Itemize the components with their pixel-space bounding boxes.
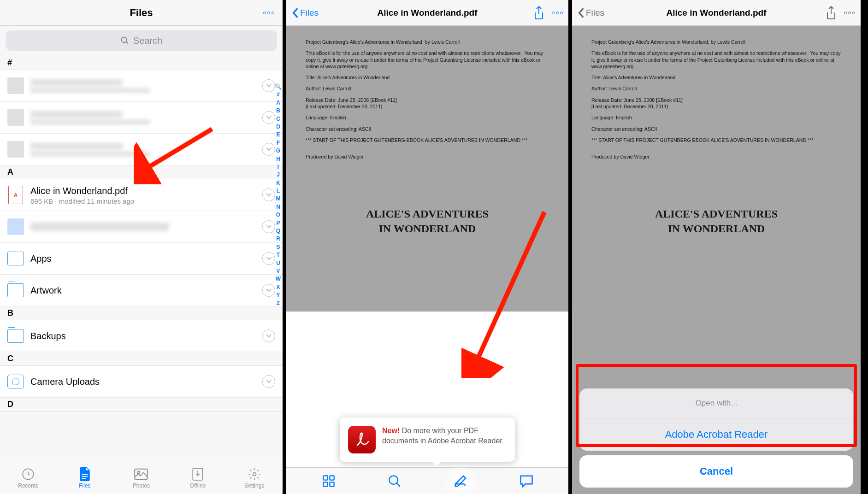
section-header-d: D [0,398,283,412]
folder-icon [7,280,24,300]
viewer-toolbar [286,467,568,494]
section-header-b: B [0,306,283,320]
folder-artwork[interactable]: Artwork [0,275,283,306]
tab-photos[interactable]: Photos [113,462,170,494]
svg-point-15 [389,476,398,484]
svg-line-16 [396,483,400,486]
adobe-icon [348,426,376,453]
viewer-header: Files Alice in Wonderland.pdf [572,0,861,26]
disclosure-button[interactable] [262,375,275,388]
svg-rect-13 [323,482,327,486]
gear-icon [248,467,261,481]
search-input[interactable]: Search [6,30,277,51]
more-button[interactable] [844,12,855,14]
disclosure-button[interactable] [262,329,275,342]
comment-button[interactable] [517,472,536,490]
tab-settings[interactable]: Settings [226,462,283,494]
svg-line-1 [126,42,128,44]
tab-offline[interactable]: Offline [170,462,226,494]
sheet-option-adobe[interactable]: Adobe Acrobat Reader [579,418,853,451]
nav-title: Files [130,7,153,19]
svg-point-7 [138,471,140,474]
folder-backups[interactable]: Backups [0,320,283,352]
download-icon [191,467,205,481]
sheet-group: Open with... Adobe Acrobat Reader [579,388,853,451]
search-button[interactable] [385,472,404,490]
sheet-cancel[interactable]: Cancel [579,455,853,488]
svg-point-0 [121,37,127,43]
tooltip-body: Do more with your PDF documents in Adobe… [382,427,504,445]
disclosure-button[interactable] [262,111,275,124]
tab-label: Files [79,482,90,489]
new-badge: New! [382,427,400,435]
chevron-left-icon [292,8,299,18]
folder-name: Apps [30,253,262,264]
disclosure-button[interactable] [262,284,275,297]
more-button[interactable] [263,12,274,14]
svg-rect-12 [330,476,334,480]
viewer-title: Alice in Wonderland.pdf [666,8,766,18]
clock-icon [21,467,35,481]
tab-bar: Recents Files Photos Offline Settings [0,462,283,494]
svg-rect-14 [330,482,334,486]
tab-recents[interactable]: Recents [0,462,57,494]
dim-overlay [286,26,568,312]
back-label: Files [300,8,319,18]
section-header-a: A [0,165,283,179]
section-index[interactable]: 🔍#ABCDEFGHIJKLMNOPQRSTUVWXYZ [275,83,282,307]
sheet-header: Open with... [579,388,853,418]
action-sheet: Open with... Adobe Acrobat Reader Cancel [579,388,853,488]
svg-rect-4 [82,476,88,477]
tab-label: Offline [190,482,206,489]
file-name: Alice in Wonderland.pdf [30,185,262,196]
tab-files[interactable]: Files [57,462,113,494]
pdf-icon [7,185,24,205]
search-icon [120,36,130,45]
disclosure-button[interactable] [262,252,275,265]
file-alice[interactable]: Alice in Wonderland.pdf 695 KB · modifie… [0,179,283,211]
section-header-c: C [0,352,283,366]
back-button[interactable]: Files [292,8,319,18]
camera-icon [7,371,24,392]
chevron-left-icon [578,8,585,18]
folder-name: Camera Uploads [30,376,262,387]
folder-name: Artwork [30,285,262,296]
file-meta: 695 KB · modified 11 minutes ago [30,197,262,205]
nav-header: Files [0,0,283,26]
list-item[interactable] [0,134,283,165]
folder-name: Backups [30,330,262,341]
photo-icon [134,467,148,481]
tab-label: Photos [133,482,150,489]
section-header-hash: # [0,56,283,70]
share-button[interactable] [826,6,837,20]
disclosure-button[interactable] [262,188,275,201]
tooltip-text: New! Do more with your PDF documents in … [382,426,507,453]
svg-rect-6 [135,469,148,480]
action-sheet-panel: Files Alice in Wonderland.pdf Project Gu… [572,0,861,494]
folder-camera-uploads[interactable]: Camera Uploads [0,366,283,398]
compose-button[interactable] [451,472,470,490]
list-item[interactable] [0,211,283,243]
viewer-header: Files Alice in Wonderland.pdf [286,0,568,26]
list-item[interactable] [0,102,283,134]
disclosure-button[interactable] [262,143,275,156]
svg-rect-11 [323,476,327,480]
tab-label: Recents [18,482,38,489]
gallery-button[interactable] [319,472,338,490]
back-button[interactable]: Files [578,8,604,18]
folder-apps[interactable]: Apps [0,243,283,275]
folder-icon [7,248,24,269]
disclosure-button[interactable] [262,220,275,233]
svg-rect-3 [82,474,88,475]
disclosure-button[interactable] [262,79,275,92]
share-button[interactable] [533,6,544,20]
search-placeholder: Search [133,35,162,46]
list-item[interactable] [0,70,283,102]
viewer-title: Alice in Wonderland.pdf [377,8,477,18]
folder-icon [7,326,24,346]
more-button[interactable] [552,12,563,14]
adobe-tooltip: New! Do more with your PDF documents in … [340,418,515,462]
svg-rect-5 [82,478,86,479]
file-icon [78,467,92,481]
files-panel: Files Search # A Alice in Wonderland.pdf… [0,0,286,494]
